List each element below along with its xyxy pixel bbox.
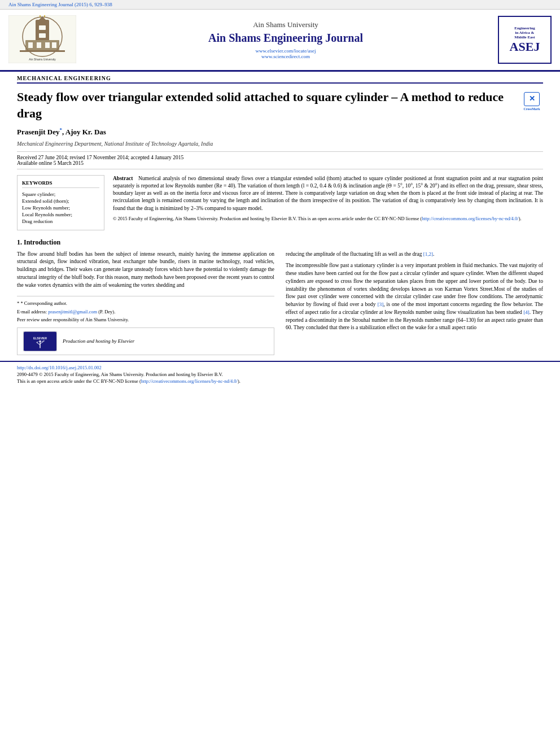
elsevier-link[interactable]: www.elsevier.com/locate/asej [82, 48, 489, 54]
university-logo-area: Ain Shams University [8, 15, 82, 64]
svg-rect-4 [39, 33, 46, 38]
license-link[interactable]: http://creativecommons.org/licenses/by-n… [422, 216, 518, 221]
elsevier-logo-svg: ELSEVIER [24, 331, 56, 351]
open-access-end: ). [238, 378, 240, 384]
footnotes-area: * * Corresponding author. E-mail address… [17, 296, 274, 323]
keyword-5: Drag reduction [22, 219, 99, 224]
intro-body-two-col: The flow around bluff bodies has been th… [17, 251, 543, 356]
svg-rect-6 [28, 42, 33, 48]
keyword-1: Square cylinder; [22, 191, 99, 197]
intro-right-p1-end: . [433, 251, 434, 257]
svg-text:Ain Shams University: Ain Shams University [29, 58, 56, 61]
author-1-name: Prasenjit Dey [17, 128, 59, 137]
svg-rect-7 [37, 42, 41, 48]
ref-3: [3] [378, 302, 384, 307]
they-word: They [532, 309, 543, 315]
abstract-text: Numerical analysis of two dimensional st… [113, 176, 543, 211]
main-content-area: MECHANICAL ENGINEERING Steady flow over … [0, 72, 560, 355]
abstract-paragraph: Abstract Numerical analysis of two dimen… [113, 175, 543, 212]
open-access-line: This is an open access article under the… [17, 378, 543, 384]
journal-name-text: Ain Shams Engineering Journal [82, 32, 489, 45]
svg-rect-3 [39, 25, 46, 30]
intro-left-col: The flow around bluff bodies has been th… [17, 251, 274, 356]
intro-right-p1-text: reducing the amplitude of the fluctuatin… [286, 251, 423, 257]
fn-email-suffix: (P. Dey). [98, 309, 115, 314]
ref-4: [4] [523, 309, 530, 315]
section-heading: 1. Introduction [17, 238, 543, 247]
fn-peer-review: Peer review under responsibility of Ain … [17, 316, 274, 323]
university-logo-svg: Ain Shams University [8, 15, 76, 63]
journal-links: www.elsevier.com/locate/asej www.science… [82, 48, 489, 59]
svg-rect-8 [45, 42, 50, 48]
doi-link[interactable]: http://dx.doi.org/10.1016/j.asej.2015.01… [17, 365, 102, 370]
section-tag: MECHANICAL ENGINEERING [17, 72, 543, 84]
journal-citation-bar: Ain Shams Engineering Journal (2015) 6, … [0, 0, 560, 10]
intro-right-p2: The incompressible flow past a stationar… [286, 262, 543, 332]
sciencedirect-link[interactable]: www.sciencedirect.com [82, 54, 489, 59]
introduction-section: 1. Introduction The flow around bluff bo… [17, 238, 543, 356]
keywords-title: KEYWORDS [22, 180, 99, 188]
intro-right-ref1: [1,2] [423, 251, 433, 257]
license-paragraph: © 2015 Faculty of Engineering, Ain Shams… [113, 216, 543, 222]
asej-logo-box: Engineeringin Africa &Middle East ASEJ [498, 16, 552, 64]
elsevier-footer-box: ELSEVIER Production and hosting by Elsev… [17, 327, 274, 355]
affiliation-text: Mechanical Engineering Department, Natio… [17, 141, 543, 147]
journal-header: Ain Shams University Ain Shams Universit… [0, 10, 560, 72]
dates-area: Received 27 June 2014; revised 17 Novemb… [17, 151, 543, 169]
keywords-box: KEYWORDS Square cylinder; Extended solid… [17, 175, 104, 230]
keyword-4: Local Reynolds number; [22, 212, 99, 217]
elsevier-logo: ELSEVIER [23, 331, 57, 351]
fn-email-link[interactable]: prasenjitmitl@gmail.com [48, 309, 97, 314]
intro-left-p1: The flow around bluff bodies has been th… [17, 251, 274, 290]
abstract-area: Abstract Numerical analysis of two dimen… [113, 175, 543, 230]
svg-rect-10 [20, 50, 65, 52]
keyword-2: Extended solid (thorn); [22, 198, 99, 204]
keyword-3: Low Reynolds number; [22, 205, 99, 211]
header-center: Ain Shams University Ain Shams Engineeri… [82, 20, 489, 59]
open-access-link[interactable]: http://creativecommons.org/licenses/by-n… [141, 378, 238, 384]
elsevier-footer-text: Production and hosting by Elsevier [63, 338, 134, 345]
license-text-start: © 2015 Faculty of Engineering, Ain Shams… [113, 216, 422, 221]
section-title: Introduction [24, 238, 60, 246]
intro-right-p1: reducing the amplitude of the fluctuatin… [286, 251, 543, 259]
svg-rect-9 [52, 42, 56, 48]
crossmark-label: CrossMark [523, 107, 540, 112]
asej-logo-main-text: ASEJ [510, 40, 540, 54]
asej-logo-area: Engineeringin Africa &Middle East ASEJ [489, 16, 552, 64]
bottom-bar: http://dx.doi.org/10.1016/j.asej.2015.01… [0, 361, 560, 387]
dates-line2: Available online 5 March 2015 [17, 160, 543, 166]
svg-rect-1 [36, 20, 49, 42]
asej-logo-subtext: Engineeringin Africa &Middle East [514, 26, 535, 40]
intro-right-col: reducing the amplitude of the fluctuatin… [286, 251, 543, 356]
license-text-end: ). [519, 216, 522, 221]
authors-line: Prasenjit Dey*, Ajoy Kr. Das [17, 127, 543, 137]
fn-email-line: E-mail address: prasenjitmitl@gmail.com … [17, 308, 274, 315]
fn-corresponding-text: * Corresponding author. [20, 300, 67, 306]
svg-text:ELSEVIER: ELSEVIER [33, 337, 47, 340]
journal-citation-text: Ain Shams Engineering Journal (2015) 6, … [8, 2, 112, 7]
article-title-text: Steady flow over triangular extended sol… [17, 89, 520, 121]
university-name-text: Ain Shams University [82, 20, 489, 29]
article-title-area: Steady flow over triangular extended sol… [17, 89, 543, 121]
author-2-name: Ajoy Kr. Das [65, 128, 106, 137]
issn-line: 2090-4479 © 2015 Faculty of Engineering,… [17, 372, 543, 377]
affiliation-em: Mechanical Engineering Department, Natio… [17, 141, 213, 147]
open-access-text: This is an open access article under the… [17, 378, 141, 384]
fn-asterisk: * [17, 300, 19, 306]
fn-email-label: E-mail address: [17, 309, 47, 314]
crossmark-icon: ✕ [524, 92, 540, 106]
section-number: 1. [17, 238, 22, 246]
dates-line1: Received 27 June 2014; revised 17 Novemb… [17, 155, 543, 160]
keywords-abstract-section: KEYWORDS Square cylinder; Extended solid… [17, 175, 543, 230]
crossmark-badge: ✕ CrossMark [520, 92, 543, 112]
fn-corresponding: * * Corresponding author. [17, 300, 274, 307]
doi-line: http://dx.doi.org/10.1016/j.asej.2015.01… [17, 365, 543, 370]
abstract-label: Abstract [113, 176, 133, 181]
